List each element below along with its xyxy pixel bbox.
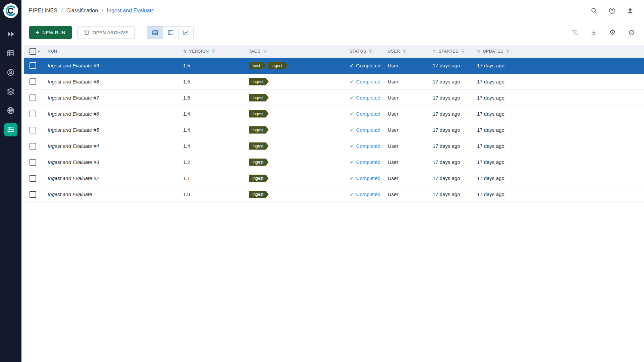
run-cell[interactable]: Ingest and Evaluate (45, 191, 180, 197)
row-checkbox[interactable] (30, 127, 36, 133)
run-cell[interactable]: Ingest and Evaluate #6 (45, 111, 180, 117)
auto-refresh-button[interactable] (627, 28, 635, 37)
status-check-icon: ✓ (350, 111, 354, 117)
run-cell[interactable]: Ingest and Evaluate #3 (45, 159, 180, 165)
select-dropdown-caret[interactable]: ▾ (38, 49, 40, 54)
table-view-button[interactable] (147, 26, 163, 39)
table-row[interactable]: Ingest and Evaluate #9 1.5 bestingest ✓ … (24, 58, 644, 74)
column-header-started[interactable]: ⇅ STARTED (427, 49, 474, 54)
run-cell[interactable]: Ingest and Evaluate #4 (45, 143, 180, 149)
download-button[interactable] (590, 28, 598, 37)
tags-cell: ingest (246, 78, 347, 85)
table-row[interactable]: Ingest and Evaluate #7 1.5 ingest ✓ Comp… (24, 90, 644, 106)
status-check-icon: ✓ (350, 95, 354, 101)
breadcrumb-item-pipeline[interactable]: Ingest and Evaluate (107, 8, 154, 14)
filter-icon[interactable] (402, 49, 406, 53)
table-row[interactable]: Ingest and Evaluate #2 1.1 ingest ✓ Comp… (24, 170, 644, 186)
table-row[interactable]: Ingest and Evaluate #4 1.4 ingest ✓ Comp… (24, 138, 644, 154)
hyperdatasets-icon (6, 106, 15, 115)
filter-icon[interactable] (369, 49, 373, 53)
tag-badge[interactable]: ingest (249, 142, 269, 150)
run-cell[interactable]: Ingest and Evaluate #7 (45, 95, 180, 101)
row-checkbox[interactable] (30, 111, 36, 117)
table-row[interactable]: Ingest and Evaluate #8 1.5 ingest ✓ Comp… (24, 74, 644, 90)
tag-badge[interactable]: ingest (249, 175, 269, 182)
sidebar-item-reports[interactable] (4, 85, 17, 98)
chart-view-button[interactable] (178, 26, 194, 39)
split-view-button[interactable] (163, 26, 178, 39)
sort-icon[interactable]: ⇅ (183, 49, 186, 54)
run-tags: ingest (249, 110, 269, 118)
column-header-updated[interactable]: ⇅ UPDATED (474, 49, 644, 54)
run-cell[interactable]: Ingest and Evaluate #5 (45, 127, 180, 133)
filter-icon[interactable] (263, 49, 267, 53)
clearml-logo[interactable] (3, 3, 18, 18)
table-row[interactable]: Ingest and Evaluate #6 1.4 ingest ✓ Comp… (24, 106, 644, 122)
run-updated: 17 days ago (477, 143, 504, 149)
status-check-icon: ✓ (350, 175, 354, 181)
filter-icon[interactable] (461, 49, 465, 53)
tag-badge[interactable]: ingest (249, 94, 269, 102)
tag-badge[interactable]: ingest (268, 62, 288, 69)
tag-badge[interactable]: ingest (249, 191, 269, 198)
user-cell: User (385, 175, 427, 181)
settings-button[interactable]: ⚙ (608, 28, 616, 37)
select-all-checkbox[interactable] (30, 48, 36, 55)
column-header-user[interactable]: USER (385, 49, 427, 54)
table-row[interactable]: Ingest and Evaluate 1.0 ingest ✓ Complet… (24, 186, 644, 202)
filter-icon[interactable] (506, 49, 510, 53)
row-checkbox[interactable] (30, 62, 36, 69)
column-header-status[interactable]: STATUS (347, 49, 385, 54)
column-header-run[interactable]: RUN (45, 49, 180, 54)
tag-badge[interactable]: best (249, 62, 266, 69)
new-run-button[interactable]: + NEW RUN (29, 26, 72, 39)
gear-icon: ⚙ (609, 29, 616, 36)
row-checkbox[interactable] (30, 78, 36, 85)
clear-filters-button[interactable] (571, 28, 579, 37)
row-checkbox[interactable] (30, 143, 36, 149)
table-row[interactable]: Ingest and Evaluate #3 1.2 ingest ✓ Comp… (24, 154, 644, 170)
open-archive-button[interactable]: OPEN ARCHIVE (77, 26, 135, 39)
tag-badge[interactable]: ingest (249, 110, 269, 118)
tag-badge[interactable]: ingest (249, 78, 269, 85)
run-name: Ingest and Evaluate #6 (48, 111, 99, 117)
updated-cell: 17 days ago (474, 111, 644, 117)
breadcrumb-item-project[interactable]: Classification (66, 8, 98, 14)
row-checkbox[interactable] (30, 159, 36, 166)
help-button[interactable] (608, 6, 616, 15)
filter-icon[interactable] (211, 49, 215, 53)
sidebar-item-pipelines[interactable] (4, 123, 17, 136)
run-updated: 17 days ago (477, 191, 504, 197)
run-cell[interactable]: Ingest and Evaluate #8 (45, 79, 180, 84)
status-label: Completed (356, 63, 381, 68)
run-name: Ingest and Evaluate #9 (48, 63, 99, 68)
run-updated: 17 days ago (477, 127, 504, 133)
user-avatar[interactable] (626, 6, 635, 15)
run-cell[interactable]: Ingest and Evaluate #2 (45, 175, 180, 181)
tags-cell: bestingest (246, 62, 347, 69)
run-updated: 17 days ago (477, 159, 504, 165)
column-header-version[interactable]: ⇅ VERSION (180, 49, 246, 54)
table-row[interactable]: Ingest and Evaluate #5 1.4 ingest ✓ Comp… (24, 122, 644, 138)
row-checkbox[interactable] (30, 175, 36, 182)
workers-queues-icon (6, 68, 15, 77)
column-header-tags[interactable]: TAGS (246, 49, 347, 54)
run-cell[interactable]: Ingest and Evaluate #9 (45, 63, 180, 68)
tag-badge[interactable]: ingest (249, 159, 269, 166)
sidebar-item-datasets[interactable] (4, 47, 17, 60)
run-version: 1.2 (183, 159, 190, 165)
sidebar-item-hyperdatasets[interactable] (4, 104, 17, 117)
sort-icon[interactable]: ⇅ (477, 49, 480, 54)
row-checkbox[interactable] (30, 191, 36, 198)
row-select-cell (24, 62, 45, 69)
tag-badge[interactable]: ingest (249, 126, 269, 134)
breadcrumb-item-pipelines[interactable]: PIPELINES (29, 8, 57, 14)
status-cell: ✓ Completed (347, 191, 385, 197)
sidebar-item-workers-queues[interactable] (4, 66, 17, 79)
sort-icon[interactable]: ⇅ (433, 49, 436, 54)
status-cell: ✓ Completed (347, 111, 385, 117)
sidebar-item-projects[interactable] (4, 27, 17, 41)
row-checkbox[interactable] (30, 95, 36, 101)
updated-cell: 17 days ago (474, 127, 644, 133)
search-button[interactable] (590, 6, 598, 15)
